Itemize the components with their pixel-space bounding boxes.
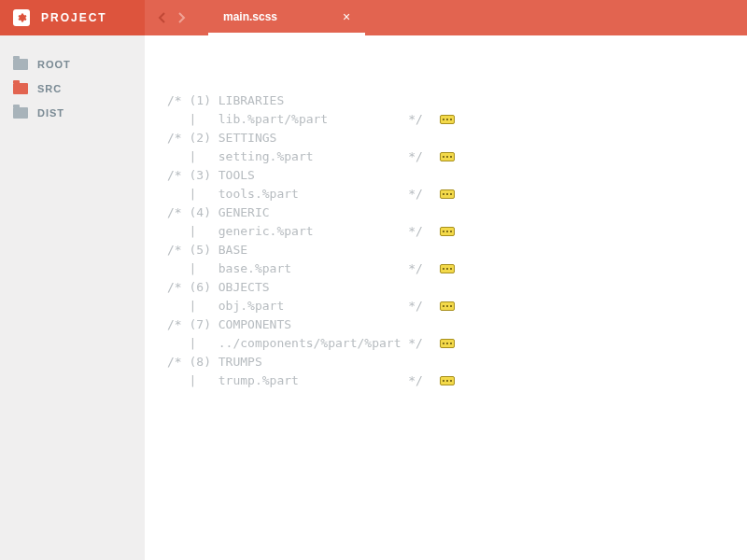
code-section-path: | trump.%part */ bbox=[167, 371, 429, 390]
folder-icon bbox=[13, 59, 28, 70]
code-section-header: /* (5) BASE bbox=[167, 241, 429, 259]
folder-icon bbox=[13, 107, 28, 119]
code-line: | lib.%part/%part */ bbox=[167, 110, 725, 129]
sidebar-item-label: DIST bbox=[37, 107, 64, 119]
code-section-header: /* (6) OBJECTS bbox=[167, 278, 429, 297]
sidebar-item-label: SRC bbox=[37, 83, 62, 94]
code-line: /* (5) BASE bbox=[167, 241, 725, 259]
close-icon[interactable]: × bbox=[343, 10, 350, 23]
warning-icon[interactable] bbox=[440, 376, 455, 385]
warning-icon[interactable] bbox=[440, 227, 455, 236]
code-section-header: /* (1) LIBRARIES bbox=[167, 91, 429, 110]
code-section-path: | setting.%part */ bbox=[167, 147, 429, 166]
code-section-path: | generic.%part */ bbox=[167, 222, 429, 241]
sidebar-item-src[interactable]: SRC bbox=[13, 77, 132, 101]
code-line: /* (4) GENERIC bbox=[167, 203, 725, 222]
code-line: /* (6) OBJECTS bbox=[167, 278, 725, 297]
gear-icon[interactable] bbox=[13, 9, 30, 26]
code-section-header: /* (4) GENERIC bbox=[167, 203, 429, 222]
tab-main-scss[interactable]: main.scss × bbox=[208, 0, 365, 35]
code-line: | base.%part */ bbox=[167, 259, 725, 278]
code-line: /* (2) SETTINGS bbox=[167, 129, 725, 147]
code-line: /* (3) TOOLS bbox=[167, 166, 725, 185]
tab-label: main.scss bbox=[223, 10, 277, 23]
warning-icon[interactable] bbox=[440, 115, 455, 124]
code-line: | generic.%part */ bbox=[167, 222, 725, 241]
sidebar-item-root[interactable]: ROOT bbox=[13, 52, 132, 77]
nav-back-icon[interactable] bbox=[158, 12, 167, 23]
warning-icon[interactable] bbox=[440, 339, 455, 348]
sidebar: ROOTSRCDIST bbox=[0, 35, 145, 560]
code-line: | trump.%part */ bbox=[167, 371, 725, 390]
code-line: /* (8) TRUMPS bbox=[167, 353, 725, 371]
code-section-header: /* (3) TOOLS bbox=[167, 166, 429, 185]
sidebar-header: PROJECT bbox=[0, 0, 145, 35]
warning-icon[interactable] bbox=[440, 152, 455, 161]
code-section-header: /* (8) TRUMPS bbox=[167, 353, 429, 371]
warning-icon[interactable] bbox=[440, 189, 455, 199]
tab-bar: main.scss × bbox=[145, 0, 747, 35]
code-line: /* (7) COMPONENTS bbox=[167, 315, 725, 334]
code-section-header: /* (2) SETTINGS bbox=[167, 129, 429, 147]
code-line: | setting.%part */ bbox=[167, 147, 725, 166]
code-section-path: | obj.%part */ bbox=[167, 297, 429, 315]
folder-icon bbox=[13, 83, 28, 94]
warning-icon[interactable] bbox=[440, 264, 455, 273]
code-section-path: | tools.%part */ bbox=[167, 185, 429, 203]
sidebar-item-dist[interactable]: DIST bbox=[13, 101, 132, 125]
code-section-header: /* (7) COMPONENTS bbox=[167, 315, 429, 334]
code-line: | ../components/%part/%part */ bbox=[167, 334, 725, 353]
warning-icon[interactable] bbox=[440, 301, 455, 311]
project-title: PROJECT bbox=[41, 11, 107, 24]
code-line: | obj.%part */ bbox=[167, 297, 725, 315]
editor[interactable]: /* (1) LIBRARIES | lib.%part/%part *//* … bbox=[145, 35, 747, 560]
code-section-path: | base.%part */ bbox=[167, 259, 429, 278]
code-line: | tools.%part */ bbox=[167, 185, 725, 203]
sidebar-item-label: ROOT bbox=[37, 59, 71, 70]
code-block: /* (1) LIBRARIES | lib.%part/%part *//* … bbox=[167, 91, 725, 390]
code-line: /* (1) LIBRARIES bbox=[167, 91, 725, 110]
code-section-path: | lib.%part/%part */ bbox=[167, 110, 429, 129]
code-section-path: | ../components/%part/%part */ bbox=[167, 334, 429, 353]
nav-forward-icon[interactable] bbox=[176, 12, 186, 23]
